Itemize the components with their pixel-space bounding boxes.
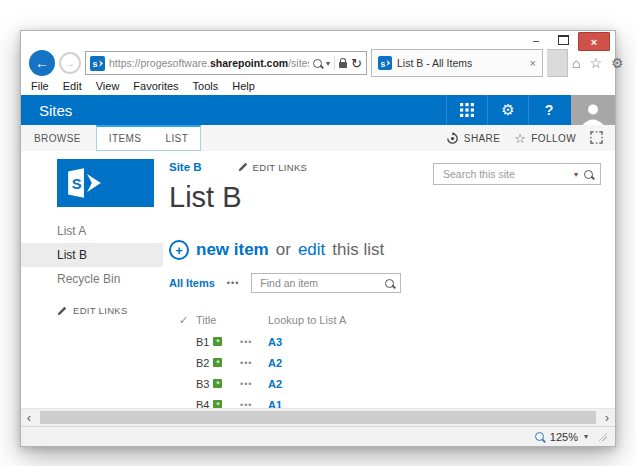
new-item-row: + new item or edit this list: [169, 240, 601, 260]
status-bar: 125% ▾: [21, 426, 615, 446]
table-row[interactable]: B2* ••• A2: [179, 352, 601, 373]
focus-mode-button[interactable]: [590, 131, 603, 146]
row-ellipsis-menu[interactable]: •••: [240, 379, 268, 389]
find-item-input[interactable]: [258, 276, 379, 290]
home-icon[interactable]: ⌂: [572, 55, 580, 71]
menu-favorites[interactable]: Favorites: [133, 80, 178, 92]
table-row[interactable]: B4* ••• A1: [179, 394, 601, 408]
minimize-button[interactable]: –: [524, 32, 548, 47]
url-path: /sites/devMerlo/SiteB/_layouts/: [288, 57, 309, 69]
lookup-link[interactable]: A2: [268, 357, 601, 369]
select-all-check-icon[interactable]: ✓: [179, 314, 196, 327]
site-search-input[interactable]: [441, 167, 568, 181]
zoom-dropdown-icon[interactable]: ▾: [584, 432, 588, 441]
edit-links-label: EDIT LINKS: [253, 162, 308, 173]
tab-list[interactable]: LIST: [153, 127, 200, 150]
refresh-button[interactable]: ↻: [351, 56, 362, 71]
tab-close-icon[interactable]: ×: [530, 57, 536, 69]
site-logo[interactable]: S: [57, 159, 154, 207]
menu-file[interactable]: File: [31, 80, 49, 92]
forward-button[interactable]: →: [59, 52, 81, 74]
zoom-level[interactable]: 125%: [550, 431, 578, 443]
user-avatar[interactable]: [571, 95, 615, 125]
search-icon[interactable]: [385, 279, 394, 288]
row-title-cell: B2*: [196, 357, 240, 369]
item-title[interactable]: B4: [196, 399, 209, 409]
maximize-button[interactable]: [551, 32, 575, 47]
app-launcher-button[interactable]: [446, 95, 487, 125]
settings-gear-icon[interactable]: ⚙: [611, 55, 624, 71]
menu-view[interactable]: View: [96, 80, 120, 92]
scrollbar-thumb[interactable]: [40, 411, 596, 424]
browser-tab[interactable]: s List B - All Items ×: [371, 49, 543, 77]
suite-title[interactable]: Sites: [21, 95, 72, 125]
row-ellipsis-menu[interactable]: •••: [240, 400, 268, 409]
scroll-right-arrow[interactable]: ›: [599, 411, 615, 425]
new-item-link[interactable]: new item: [196, 240, 269, 260]
item-title[interactable]: B1: [196, 336, 209, 348]
row-ellipsis-menu[interactable]: •••: [240, 337, 268, 347]
tab-browse[interactable]: BROWSE: [21, 125, 94, 151]
url-domain: sharepoint.com: [210, 57, 288, 69]
close-button[interactable]: ×: [578, 32, 610, 51]
column-header-title[interactable]: Title: [196, 314, 240, 326]
view-selector-row: All Items •••: [169, 273, 601, 293]
top-edit-links[interactable]: EDIT LINKS: [238, 162, 308, 173]
row-title-cell: B1*: [196, 336, 240, 348]
maximize-icon: [558, 35, 569, 45]
sidebar-nav: List A List B Recycle Bin: [21, 219, 163, 291]
item-title[interactable]: B3: [196, 378, 209, 390]
sharepoint-favicon: s: [378, 56, 392, 70]
new-item-badge-icon: *: [213, 358, 222, 367]
chevron-down-icon[interactable]: ▾: [326, 59, 330, 68]
sidebar-item-label: List A: [57, 224, 86, 238]
scrollbar-track[interactable]: [37, 411, 599, 424]
address-bar[interactable]: s https://progesoftware.sharepoint.com/s…: [85, 51, 367, 75]
site-search-box[interactable]: ▾: [433, 163, 601, 185]
or-text: or: [276, 240, 291, 260]
lookup-link[interactable]: A3: [268, 336, 601, 348]
find-item-box[interactable]: [251, 273, 401, 293]
share-button[interactable]: SHARE: [446, 132, 500, 145]
view-all-items[interactable]: All Items: [169, 277, 215, 289]
focus-icon: [590, 131, 603, 144]
edit-list-link[interactable]: edit: [298, 240, 325, 260]
view-ellipsis-menu[interactable]: •••: [227, 278, 239, 288]
table-row[interactable]: B3* ••• A2: [179, 373, 601, 394]
forward-icon: →: [65, 57, 76, 69]
row-title-cell: B4*: [196, 399, 240, 409]
follow-button[interactable]: ☆ FOLLOW: [514, 131, 576, 146]
breadcrumb-site-b[interactable]: Site B: [169, 161, 202, 173]
new-tab-button[interactable]: [547, 49, 568, 77]
sidebar-item-list-b[interactable]: List B: [21, 243, 163, 267]
zoom-magnifier-icon: [535, 432, 544, 441]
lookup-link[interactable]: A2: [268, 378, 601, 390]
menu-edit[interactable]: Edit: [63, 80, 82, 92]
desktop: – × ← → s https://progesoftware.sharepoi…: [0, 0, 636, 466]
sidebar-edit-links[interactable]: EDIT LINKS: [21, 305, 163, 316]
search-icon[interactable]: [584, 170, 593, 179]
tab-items-label: ITEMS: [109, 133, 142, 144]
row-ellipsis-menu[interactable]: •••: [240, 358, 268, 368]
back-button[interactable]: ←: [29, 50, 55, 76]
favorites-star-icon[interactable]: ☆: [589, 55, 602, 71]
menu-tools[interactable]: Tools: [193, 80, 219, 92]
help-button[interactable]: ?: [528, 95, 569, 125]
menu-help[interactable]: Help: [232, 80, 255, 92]
sidebar-item-recycle-bin[interactable]: Recycle Bin: [21, 267, 163, 291]
lookup-link[interactable]: A1: [268, 399, 601, 409]
scroll-left-arrow[interactable]: ‹: [21, 411, 37, 425]
tab-items[interactable]: ITEMS: [97, 127, 154, 150]
plus-circle-icon[interactable]: +: [169, 240, 189, 260]
table-row[interactable]: B1* ••• A3: [179, 331, 601, 352]
resize-grip[interactable]: [598, 432, 607, 441]
window-titlebar: – ×: [21, 31, 615, 49]
edit-links-label: EDIT LINKS: [73, 305, 128, 316]
sidebar-item-list-a[interactable]: List A: [21, 219, 163, 243]
list-tools-tab-group: ITEMS LIST: [96, 125, 201, 151]
search-icon[interactable]: [313, 59, 322, 68]
chevron-down-icon[interactable]: ▾: [574, 170, 578, 179]
sp-settings-button[interactable]: ⚙: [487, 95, 528, 125]
item-title[interactable]: B2: [196, 357, 209, 369]
column-header-lookup[interactable]: Lookup to List A: [268, 314, 601, 326]
